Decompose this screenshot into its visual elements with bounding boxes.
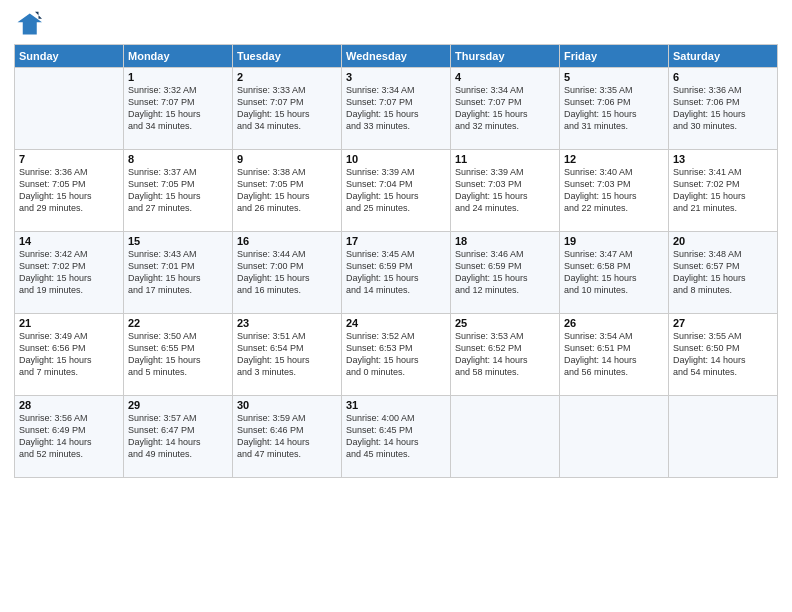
day-number: 1 bbox=[128, 71, 228, 83]
day-info: Sunrise: 3:36 AM Sunset: 7:05 PM Dayligh… bbox=[19, 166, 119, 215]
day-info: Sunrise: 3:50 AM Sunset: 6:55 PM Dayligh… bbox=[128, 330, 228, 379]
day-cell: 22Sunrise: 3:50 AM Sunset: 6:55 PM Dayli… bbox=[124, 314, 233, 396]
col-header-friday: Friday bbox=[560, 45, 669, 68]
day-cell bbox=[560, 396, 669, 478]
day-info: Sunrise: 3:32 AM Sunset: 7:07 PM Dayligh… bbox=[128, 84, 228, 133]
day-number: 13 bbox=[673, 153, 773, 165]
day-info: Sunrise: 3:43 AM Sunset: 7:01 PM Dayligh… bbox=[128, 248, 228, 297]
day-info: Sunrise: 3:39 AM Sunset: 7:04 PM Dayligh… bbox=[346, 166, 446, 215]
day-cell: 26Sunrise: 3:54 AM Sunset: 6:51 PM Dayli… bbox=[560, 314, 669, 396]
week-row-4: 21Sunrise: 3:49 AM Sunset: 6:56 PM Dayli… bbox=[15, 314, 778, 396]
day-number: 11 bbox=[455, 153, 555, 165]
day-info: Sunrise: 3:49 AM Sunset: 6:56 PM Dayligh… bbox=[19, 330, 119, 379]
day-info: Sunrise: 3:53 AM Sunset: 6:52 PM Dayligh… bbox=[455, 330, 555, 379]
day-number: 15 bbox=[128, 235, 228, 247]
day-number: 23 bbox=[237, 317, 337, 329]
logo-icon bbox=[14, 10, 42, 38]
day-info: Sunrise: 3:40 AM Sunset: 7:03 PM Dayligh… bbox=[564, 166, 664, 215]
col-header-monday: Monday bbox=[124, 45, 233, 68]
day-number: 7 bbox=[19, 153, 119, 165]
week-row-3: 14Sunrise: 3:42 AM Sunset: 7:02 PM Dayli… bbox=[15, 232, 778, 314]
day-number: 3 bbox=[346, 71, 446, 83]
day-info: Sunrise: 3:54 AM Sunset: 6:51 PM Dayligh… bbox=[564, 330, 664, 379]
day-cell: 16Sunrise: 3:44 AM Sunset: 7:00 PM Dayli… bbox=[233, 232, 342, 314]
day-info: Sunrise: 3:52 AM Sunset: 6:53 PM Dayligh… bbox=[346, 330, 446, 379]
week-row-2: 7Sunrise: 3:36 AM Sunset: 7:05 PM Daylig… bbox=[15, 150, 778, 232]
day-number: 10 bbox=[346, 153, 446, 165]
day-cell bbox=[669, 396, 778, 478]
day-info: Sunrise: 3:48 AM Sunset: 6:57 PM Dayligh… bbox=[673, 248, 773, 297]
day-info: Sunrise: 4:00 AM Sunset: 6:45 PM Dayligh… bbox=[346, 412, 446, 461]
day-cell bbox=[15, 68, 124, 150]
day-info: Sunrise: 3:47 AM Sunset: 6:58 PM Dayligh… bbox=[564, 248, 664, 297]
day-number: 29 bbox=[128, 399, 228, 411]
day-number: 31 bbox=[346, 399, 446, 411]
day-cell: 2Sunrise: 3:33 AM Sunset: 7:07 PM Daylig… bbox=[233, 68, 342, 150]
day-info: Sunrise: 3:35 AM Sunset: 7:06 PM Dayligh… bbox=[564, 84, 664, 133]
day-info: Sunrise: 3:46 AM Sunset: 6:59 PM Dayligh… bbox=[455, 248, 555, 297]
header-row: SundayMondayTuesdayWednesdayThursdayFrid… bbox=[15, 45, 778, 68]
day-info: Sunrise: 3:44 AM Sunset: 7:00 PM Dayligh… bbox=[237, 248, 337, 297]
day-number: 17 bbox=[346, 235, 446, 247]
day-cell: 19Sunrise: 3:47 AM Sunset: 6:58 PM Dayli… bbox=[560, 232, 669, 314]
day-cell: 8Sunrise: 3:37 AM Sunset: 7:05 PM Daylig… bbox=[124, 150, 233, 232]
header bbox=[14, 10, 778, 38]
day-cell: 25Sunrise: 3:53 AM Sunset: 6:52 PM Dayli… bbox=[451, 314, 560, 396]
day-number: 6 bbox=[673, 71, 773, 83]
day-info: Sunrise: 3:56 AM Sunset: 6:49 PM Dayligh… bbox=[19, 412, 119, 461]
day-number: 8 bbox=[128, 153, 228, 165]
week-row-5: 28Sunrise: 3:56 AM Sunset: 6:49 PM Dayli… bbox=[15, 396, 778, 478]
day-info: Sunrise: 3:36 AM Sunset: 7:06 PM Dayligh… bbox=[673, 84, 773, 133]
day-info: Sunrise: 3:57 AM Sunset: 6:47 PM Dayligh… bbox=[128, 412, 228, 461]
day-number: 22 bbox=[128, 317, 228, 329]
day-cell: 3Sunrise: 3:34 AM Sunset: 7:07 PM Daylig… bbox=[342, 68, 451, 150]
day-cell: 28Sunrise: 3:56 AM Sunset: 6:49 PM Dayli… bbox=[15, 396, 124, 478]
day-info: Sunrise: 3:41 AM Sunset: 7:02 PM Dayligh… bbox=[673, 166, 773, 215]
day-info: Sunrise: 3:37 AM Sunset: 7:05 PM Dayligh… bbox=[128, 166, 228, 215]
col-header-thursday: Thursday bbox=[451, 45, 560, 68]
day-number: 12 bbox=[564, 153, 664, 165]
day-cell: 6Sunrise: 3:36 AM Sunset: 7:06 PM Daylig… bbox=[669, 68, 778, 150]
svg-marker-1 bbox=[35, 12, 42, 19]
day-info: Sunrise: 3:33 AM Sunset: 7:07 PM Dayligh… bbox=[237, 84, 337, 133]
day-number: 20 bbox=[673, 235, 773, 247]
day-number: 18 bbox=[455, 235, 555, 247]
day-info: Sunrise: 3:34 AM Sunset: 7:07 PM Dayligh… bbox=[346, 84, 446, 133]
day-info: Sunrise: 3:45 AM Sunset: 6:59 PM Dayligh… bbox=[346, 248, 446, 297]
day-cell: 14Sunrise: 3:42 AM Sunset: 7:02 PM Dayli… bbox=[15, 232, 124, 314]
day-cell: 9Sunrise: 3:38 AM Sunset: 7:05 PM Daylig… bbox=[233, 150, 342, 232]
logo bbox=[14, 10, 46, 38]
day-info: Sunrise: 3:34 AM Sunset: 7:07 PM Dayligh… bbox=[455, 84, 555, 133]
svg-marker-0 bbox=[18, 14, 43, 35]
day-cell: 27Sunrise: 3:55 AM Sunset: 6:50 PM Dayli… bbox=[669, 314, 778, 396]
day-info: Sunrise: 3:42 AM Sunset: 7:02 PM Dayligh… bbox=[19, 248, 119, 297]
day-cell: 29Sunrise: 3:57 AM Sunset: 6:47 PM Dayli… bbox=[124, 396, 233, 478]
day-cell: 15Sunrise: 3:43 AM Sunset: 7:01 PM Dayli… bbox=[124, 232, 233, 314]
week-row-1: 1Sunrise: 3:32 AM Sunset: 7:07 PM Daylig… bbox=[15, 68, 778, 150]
day-number: 19 bbox=[564, 235, 664, 247]
day-info: Sunrise: 3:59 AM Sunset: 6:46 PM Dayligh… bbox=[237, 412, 337, 461]
day-cell: 4Sunrise: 3:34 AM Sunset: 7:07 PM Daylig… bbox=[451, 68, 560, 150]
col-header-sunday: Sunday bbox=[15, 45, 124, 68]
day-cell: 21Sunrise: 3:49 AM Sunset: 6:56 PM Dayli… bbox=[15, 314, 124, 396]
day-cell: 31Sunrise: 4:00 AM Sunset: 6:45 PM Dayli… bbox=[342, 396, 451, 478]
col-header-wednesday: Wednesday bbox=[342, 45, 451, 68]
day-cell: 5Sunrise: 3:35 AM Sunset: 7:06 PM Daylig… bbox=[560, 68, 669, 150]
page: SundayMondayTuesdayWednesdayThursdayFrid… bbox=[0, 0, 792, 612]
day-cell: 20Sunrise: 3:48 AM Sunset: 6:57 PM Dayli… bbox=[669, 232, 778, 314]
day-cell: 1Sunrise: 3:32 AM Sunset: 7:07 PM Daylig… bbox=[124, 68, 233, 150]
day-number: 24 bbox=[346, 317, 446, 329]
day-info: Sunrise: 3:39 AM Sunset: 7:03 PM Dayligh… bbox=[455, 166, 555, 215]
calendar-table: SundayMondayTuesdayWednesdayThursdayFrid… bbox=[14, 44, 778, 478]
day-number: 14 bbox=[19, 235, 119, 247]
day-number: 26 bbox=[564, 317, 664, 329]
day-cell: 10Sunrise: 3:39 AM Sunset: 7:04 PM Dayli… bbox=[342, 150, 451, 232]
day-number: 9 bbox=[237, 153, 337, 165]
day-cell: 30Sunrise: 3:59 AM Sunset: 6:46 PM Dayli… bbox=[233, 396, 342, 478]
day-number: 30 bbox=[237, 399, 337, 411]
day-number: 16 bbox=[237, 235, 337, 247]
day-number: 4 bbox=[455, 71, 555, 83]
day-cell: 17Sunrise: 3:45 AM Sunset: 6:59 PM Dayli… bbox=[342, 232, 451, 314]
day-number: 25 bbox=[455, 317, 555, 329]
day-cell: 18Sunrise: 3:46 AM Sunset: 6:59 PM Dayli… bbox=[451, 232, 560, 314]
